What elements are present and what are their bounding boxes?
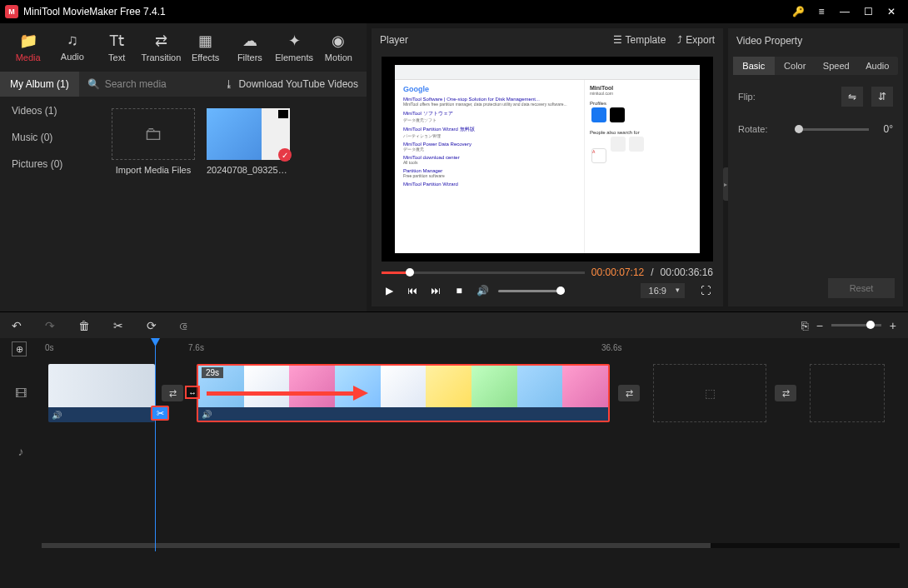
window-maximize-button[interactable]: ☐ — [856, 0, 880, 23]
rotate-slider[interactable] — [795, 128, 869, 131]
preview-frame: Google MiniTool Software | One-stop Solu… — [395, 65, 700, 253]
timeline-clip-1[interactable]: 🔊 — [48, 364, 155, 422]
empty-clip-slot[interactable]: ⬚ — [653, 364, 766, 422]
download-youtube-button[interactable]: ⭳ Download YouTube Videos — [216, 78, 367, 90]
prev-frame-button[interactable]: ⏮ — [405, 285, 420, 296]
media-clip-card[interactable]: ✓ 20240708_093259... — [207, 108, 290, 175]
panel-collapse-handle[interactable]: ▸ — [723, 167, 728, 201]
export-icon: ⤴ — [677, 34, 682, 46]
play-button[interactable]: ▶ — [382, 285, 397, 296]
volume-slider[interactable] — [498, 290, 565, 292]
nav-videos[interactable]: Videos (1) — [12, 105, 88, 117]
prop-tab-audio[interactable]: Audio — [857, 57, 899, 75]
playback-progress[interactable] — [382, 272, 585, 274]
preview-viewport[interactable]: Google MiniTool Software | One-stop Solu… — [382, 57, 713, 262]
fullscreen-button[interactable]: ⛶ — [698, 285, 713, 296]
rotate-value: 0° — [884, 123, 893, 135]
vip-key-icon[interactable]: 🔑 — [786, 0, 810, 23]
stop-button[interactable]: ■ — [452, 285, 466, 296]
tab-effects[interactable]: ▦Effects — [184, 28, 227, 67]
tab-text[interactable]: T𝗍Text — [96, 28, 138, 67]
window-close-button[interactable]: ✕ — [880, 0, 903, 23]
timeline-clip-2[interactable]: 29s 🔊 — [197, 364, 610, 422]
video-track-icon: 🎞 — [0, 386, 42, 400]
transition-slot[interactable]: ⇄ — [775, 385, 796, 401]
tab-audio[interactable]: ♫Audio — [51, 28, 93, 67]
added-check-icon: ✓ — [278, 148, 292, 162]
app-logo: M — [5, 5, 18, 18]
music-note-icon: ♫ — [51, 32, 93, 49]
template-button[interactable]: ☰Template — [613, 34, 666, 46]
prop-tab-speed[interactable]: Speed — [816, 57, 857, 75]
delete-button[interactable]: 🗑 — [78, 319, 90, 332]
crop-button[interactable]: ⟃ — [180, 319, 187, 332]
my-album-tab[interactable]: My Album (1) — [0, 72, 79, 97]
search-placeholder: Search media — [105, 78, 167, 90]
title-bar: M MiniTool MovieMaker Free 7.4.1 🔑 ≡ — ☐… — [0, 0, 908, 23]
zoom-slider[interactable] — [831, 324, 881, 326]
media-header: My Album (1) 🔍 Search media ⭳ Download Y… — [0, 72, 367, 97]
split-annotation-icon: ✂ — [151, 406, 169, 421]
menu-icon[interactable]: ≡ — [810, 0, 833, 23]
timeline: ⊕ 0s 7.6s 36.6s 🎞 🔊 ⇄ 29s 🔊 ⇄ — [0, 338, 908, 551]
timeline-fit-button[interactable]: ⎘ — [801, 319, 808, 332]
tab-transition[interactable]: ⇄Transition — [140, 28, 182, 67]
search-icon: 🔍 — [87, 78, 100, 90]
clip-duration-badge: 29s — [202, 367, 223, 378]
video-type-icon — [278, 110, 288, 118]
clip-audio-icon: 🔊 — [52, 411, 62, 420]
player-title: Player — [380, 34, 408, 46]
motion-icon: ◉ — [317, 32, 360, 50]
prop-tab-color[interactable]: Color — [775, 57, 816, 75]
effects-icon: ▦ — [184, 32, 227, 50]
zoom-in-button[interactable]: + — [890, 319, 896, 332]
import-label: Import Media Files — [112, 165, 195, 175]
filters-icon: ☁ — [228, 32, 271, 50]
add-track-button[interactable]: ⊕ — [12, 341, 27, 356]
app-title: MiniTool MovieMaker Free 7.4.1 — [23, 6, 786, 17]
window-minimize-button[interactable]: — — [833, 0, 856, 23]
video-track: 🎞 🔊 ⇄ 29s 🔊 ⇄ ⬚ ⇄ ✂ ↔ — [0, 360, 908, 426]
tab-motion[interactable]: ◉Motion — [317, 28, 360, 67]
rotate-label: Rotate: — [738, 124, 780, 134]
clip-audio-icon: 🔊 — [202, 410, 212, 419]
timeline-scrollbar[interactable] — [42, 543, 900, 548]
video-track-content[interactable]: 🔊 ⇄ 29s 🔊 ⇄ ⬚ ⇄ ✂ ↔ — [42, 364, 908, 422]
transition-slot[interactable]: ⇄ — [618, 385, 640, 401]
nav-music[interactable]: Music (0) — [12, 132, 88, 143]
transition-icon: ⇄ — [140, 32, 182, 50]
trim-handle-annotation: ↔ — [185, 386, 200, 399]
speed-button[interactable]: ⟳ — [147, 319, 157, 332]
import-media-card[interactable]: 🗀 Import Media Files — [112, 108, 195, 175]
redo-button[interactable]: ↷ — [45, 319, 55, 332]
text-icon: T𝗍 — [96, 32, 138, 50]
volume-icon[interactable]: 🔊 — [475, 285, 490, 296]
export-button[interactable]: ⤴Export — [677, 34, 715, 46]
undo-button[interactable]: ↶ — [12, 319, 22, 332]
flip-label: Flip: — [738, 92, 780, 102]
tab-media[interactable]: 📁Media — [7, 28, 49, 67]
playhead[interactable] — [155, 338, 156, 551]
prop-tab-basic[interactable]: Basic — [733, 57, 775, 75]
folder-icon: 📁 — [7, 32, 49, 50]
next-frame-button[interactable]: ⏭ — [428, 285, 443, 296]
video-property-title: Video Property — [728, 28, 903, 53]
total-time: 00:00:36:16 — [661, 267, 713, 278]
flip-vertical-button[interactable]: ⇵ — [871, 87, 893, 107]
zoom-out-button[interactable]: − — [816, 319, 823, 332]
folder-icon: 🗀 — [144, 123, 162, 145]
tab-filters[interactable]: ☁Filters — [228, 28, 271, 67]
transition-slot[interactable]: ⇄ — [162, 385, 183, 401]
nav-pictures[interactable]: Pictures (0) — [12, 158, 88, 170]
tab-elements[interactable]: ✦Elements — [273, 28, 316, 67]
aspect-ratio-select[interactable]: 16:9 — [641, 283, 685, 298]
split-button[interactable]: ✂ — [113, 319, 123, 332]
search-media-input[interactable]: 🔍 Search media — [79, 78, 216, 90]
audio-track-content[interactable] — [42, 422, 908, 481]
empty-clip-slot[interactable] — [810, 364, 885, 422]
flip-horizontal-button[interactable]: ⇋ — [841, 87, 863, 107]
timeline-ruler[interactable]: 0s 7.6s 36.6s — [42, 338, 908, 360]
media-grid: 🗀 Import Media Files ✓ 20240708_093259..… — [100, 97, 367, 311]
reset-button[interactable]: Reset — [828, 278, 895, 298]
audio-track-icon: ♪ — [0, 445, 42, 458]
